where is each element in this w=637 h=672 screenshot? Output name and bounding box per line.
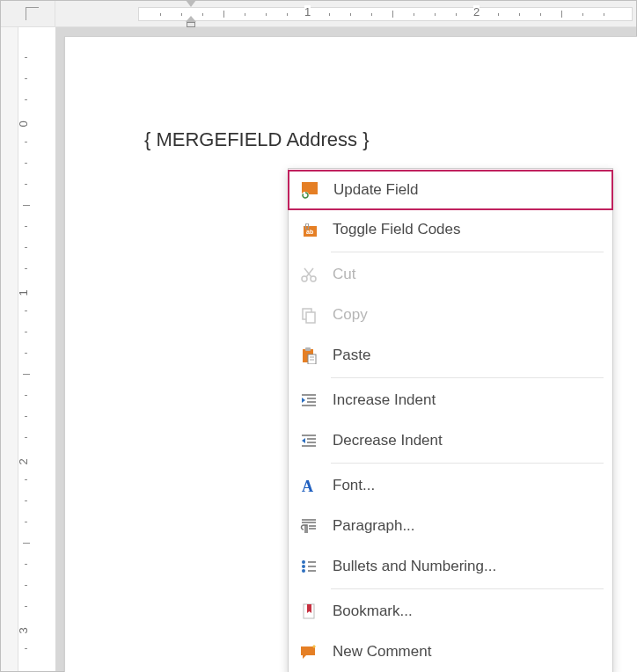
horizontal-ruler[interactable]: 1 2	[55, 1, 636, 27]
toggle-field-icon: {} ab	[297, 221, 320, 238]
bullets-icon	[297, 559, 320, 574]
font-icon: A	[297, 477, 320, 494]
menu-label: Bullets and Numbering...	[333, 558, 600, 575]
menu-item-copy[interactable]: Copy	[289, 295, 612, 335]
menu-separator	[331, 377, 604, 378]
svg-point-30	[302, 565, 305, 568]
svg-point-29	[302, 560, 305, 564]
decrease-indent-icon	[297, 433, 320, 449]
menu-item-decrease-indent[interactable]: Decrease Indent	[289, 420, 612, 461]
svg-rect-12	[305, 347, 311, 351]
v-ruler-num-2: 2	[17, 458, 30, 464]
menu-label: Toggle Field Codes	[333, 221, 600, 238]
menu-item-new-comment[interactable]: New Comment	[289, 632, 612, 672]
svg-point-31	[302, 569, 305, 573]
bookmark-icon	[297, 603, 320, 620]
menu-item-cut[interactable]: Cut	[289, 254, 612, 295]
menu-label: Update Field	[333, 181, 599, 199]
h-ruler-strip: 1 2	[138, 7, 633, 21]
paragraph-icon	[297, 517, 320, 535]
copy-icon	[297, 306, 320, 324]
menu-separator	[331, 252, 604, 252]
svg-text:A: A	[302, 478, 313, 494]
v-ruler-num-3: 3	[17, 627, 30, 633]
context-menu: Update Field {} ab Toggle Field Codes	[288, 168, 613, 672]
menu-label: Font...	[333, 477, 600, 494]
refresh-field-icon	[298, 181, 321, 199]
menu-item-bullets-numbering[interactable]: Bullets and Numbering...	[289, 546, 612, 587]
increase-indent-icon	[297, 392, 320, 408]
vertical-ruler[interactable]: 0 1 2 3	[1, 27, 55, 671]
tab-stop-icon[interactable]	[26, 7, 39, 20]
h-ruler-num-2: 2	[473, 5, 480, 18]
comment-icon	[297, 643, 320, 661]
menu-label: Copy	[333, 306, 600, 324]
menu-item-toggle-field-codes[interactable]: {} ab Toggle Field Codes	[289, 209, 612, 250]
menu-label: Increase Indent	[333, 391, 600, 409]
v-ruler-num-1: 1	[17, 289, 30, 296]
v-ruler-strip: 0 1 2 3	[22, 36, 47, 671]
indent-marker[interactable]	[191, 0, 196, 27]
menu-item-paste[interactable]: Paste	[289, 335, 612, 376]
menu-label: Paste	[333, 347, 600, 364]
menu-separator	[331, 463, 604, 464]
svg-rect-10	[306, 312, 315, 323]
menu-separator	[331, 588, 604, 589]
first-line-indent-icon[interactable]	[186, 0, 196, 7]
cut-icon	[297, 266, 320, 283]
menu-label: Bookmark...	[333, 603, 600, 620]
menu-item-update-field[interactable]: Update Field	[288, 170, 613, 210]
svg-text:ab: ab	[306, 229, 313, 235]
paste-icon	[297, 347, 320, 364]
menu-item-bookmark[interactable]: Bookmark...	[289, 591, 612, 632]
ruler-corner	[1, 1, 55, 27]
hanging-indent-icon[interactable]	[186, 16, 196, 22]
menu-item-increase-indent[interactable]: Increase Indent	[289, 380, 612, 420]
v-ruler-num-0: 0	[17, 121, 30, 127]
menu-label: New Comment	[333, 643, 600, 661]
word-editor-window: 1 2 0	[0, 0, 637, 672]
menu-item-font[interactable]: A Font...	[289, 465, 612, 506]
menu-label: Cut	[333, 266, 600, 283]
menu-label: Decrease Indent	[333, 432, 600, 449]
field-code-text[interactable]: { MERGEFIELD Address }	[144, 128, 370, 151]
menu-label: Paragraph...	[333, 517, 600, 535]
h-ruler-num-1: 1	[304, 5, 311, 18]
menu-item-paragraph[interactable]: Paragraph...	[289, 506, 612, 546]
